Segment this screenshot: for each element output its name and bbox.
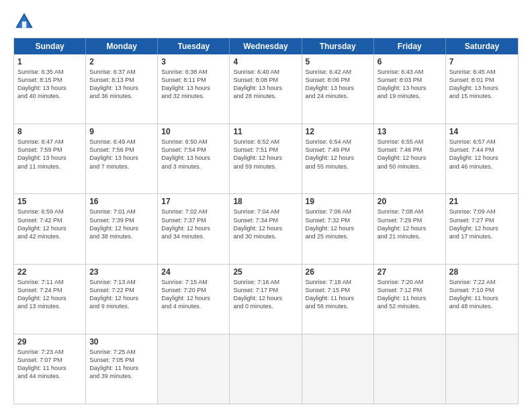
day-info: Sunrise: 6:47 AMSunset: 7:59 PMDaylight:…: [17, 138, 82, 171]
day-info: Sunrise: 6:55 AMSunset: 7:46 PMDaylight:…: [378, 138, 442, 171]
day-info: Sunrise: 7:18 AMSunset: 7:15 PMDaylight:…: [306, 278, 370, 311]
calendar-header: SundayMondayTuesdayWednesdayThursdayFrid…: [14, 38, 518, 54]
calendar-row-3: 15Sunrise: 6:59 AMSunset: 7:42 PMDayligh…: [14, 194, 518, 264]
header-day-monday: Monday: [86, 38, 158, 54]
day-cell-23: 23Sunrise: 7:13 AMSunset: 7:22 PMDayligh…: [86, 265, 158, 334]
day-info: Sunrise: 6:38 AMSunset: 8:11 PMDaylight:…: [161, 68, 226, 101]
day-cell-12: 12Sunrise: 6:54 AMSunset: 7:49 PMDayligh…: [302, 124, 374, 193]
day-cell-7: 7Sunrise: 6:45 AMSunset: 8:01 PMDaylight…: [446, 54, 518, 124]
day-cell-14: 14Sunrise: 6:57 AMSunset: 7:44 PMDayligh…: [446, 124, 518, 193]
day-cell-30: 30Sunrise: 7:25 AMSunset: 7:05 PMDayligh…: [86, 334, 158, 404]
day-info: Sunrise: 6:45 AMSunset: 8:01 PMDaylight:…: [449, 68, 515, 101]
day-info: Sunrise: 6:59 AMSunset: 7:42 PMDaylight:…: [17, 208, 82, 240]
day-info: Sunrise: 7:08 AMSunset: 7:29 PMDaylight:…: [378, 208, 442, 240]
day-info: Sunrise: 6:43 AMSunset: 8:03 PMDaylight:…: [378, 68, 442, 101]
day-info: Sunrise: 7:20 AMSunset: 7:12 PMDaylight:…: [378, 278, 442, 311]
header-day-tuesday: Tuesday: [158, 38, 230, 54]
empty-cell: [446, 334, 518, 404]
day-cell-8: 8Sunrise: 6:47 AMSunset: 7:59 PMDaylight…: [14, 124, 86, 193]
day-info: Sunrise: 7:11 AMSunset: 7:24 PMDaylight:…: [17, 278, 82, 311]
day-number: 22: [17, 267, 82, 277]
calendar-body: 1Sunrise: 6:35 AMSunset: 8:15 PMDaylight…: [14, 54, 518, 404]
day-number: 26: [306, 267, 370, 277]
page: SundayMondayTuesdayWednesdayThursdayFrid…: [0, 0, 532, 411]
day-info: Sunrise: 7:25 AMSunset: 7:05 PMDaylight:…: [89, 348, 154, 381]
day-info: Sunrise: 7:23 AMSunset: 7:07 PMDaylight:…: [17, 348, 82, 381]
day-number: 3: [161, 57, 226, 66]
day-info: Sunrise: 7:22 AMSunset: 7:10 PMDaylight:…: [449, 278, 515, 311]
calendar-row-5: 29Sunrise: 7:23 AMSunset: 7:07 PMDayligh…: [14, 334, 518, 404]
day-cell-5: 5Sunrise: 6:42 AMSunset: 8:06 PMDaylight…: [302, 54, 374, 124]
day-number: 30: [89, 337, 154, 347]
day-info: Sunrise: 6:37 AMSunset: 8:13 PMDaylight:…: [89, 68, 154, 101]
day-number: 12: [306, 127, 370, 136]
day-info: Sunrise: 6:42 AMSunset: 8:06 PMDaylight:…: [306, 68, 370, 101]
day-number: 6: [378, 57, 442, 66]
logo: [13, 11, 38, 32]
day-cell-11: 11Sunrise: 6:52 AMSunset: 7:51 PMDayligh…: [230, 124, 302, 193]
day-number: 18: [233, 197, 298, 206]
calendar-row-1: 1Sunrise: 6:35 AMSunset: 8:15 PMDaylight…: [14, 54, 518, 124]
svg-rect-2: [22, 21, 26, 28]
logo-icon: [13, 11, 35, 32]
day-number: 4: [233, 57, 298, 66]
day-number: 7: [449, 57, 515, 66]
day-cell-18: 18Sunrise: 7:04 AMSunset: 7:34 PMDayligh…: [230, 194, 302, 263]
day-number: 15: [17, 197, 82, 206]
day-info: Sunrise: 7:06 AMSunset: 7:32 PMDaylight:…: [306, 208, 370, 240]
day-number: 19: [306, 197, 370, 206]
day-number: 20: [378, 197, 442, 206]
day-cell-16: 16Sunrise: 7:01 AMSunset: 7:39 PMDayligh…: [86, 194, 158, 263]
day-info: Sunrise: 6:35 AMSunset: 8:15 PMDaylight:…: [17, 68, 82, 101]
day-number: 11: [233, 127, 298, 136]
empty-cell: [374, 334, 446, 404]
day-number: 28: [449, 267, 515, 277]
day-cell-17: 17Sunrise: 7:02 AMSunset: 7:37 PMDayligh…: [158, 194, 230, 263]
empty-cell: [302, 334, 374, 404]
day-number: 10: [161, 127, 226, 136]
header-day-friday: Friday: [374, 38, 446, 54]
calendar: SundayMondayTuesdayWednesdayThursdayFrid…: [13, 38, 519, 404]
day-info: Sunrise: 7:01 AMSunset: 7:39 PMDaylight:…: [89, 208, 154, 240]
day-info: Sunrise: 6:57 AMSunset: 7:44 PMDaylight:…: [449, 138, 515, 171]
day-number: 1: [17, 57, 82, 66]
day-number: 5: [306, 57, 370, 66]
day-cell-15: 15Sunrise: 6:59 AMSunset: 7:42 PMDayligh…: [14, 194, 86, 263]
day-number: 29: [17, 337, 82, 347]
day-cell-3: 3Sunrise: 6:38 AMSunset: 8:11 PMDaylight…: [158, 54, 230, 124]
day-info: Sunrise: 7:09 AMSunset: 7:27 PMDaylight:…: [449, 208, 515, 240]
day-info: Sunrise: 6:54 AMSunset: 7:49 PMDaylight:…: [306, 138, 370, 171]
day-cell-19: 19Sunrise: 7:06 AMSunset: 7:32 PMDayligh…: [302, 194, 374, 263]
day-cell-28: 28Sunrise: 7:22 AMSunset: 7:10 PMDayligh…: [446, 265, 518, 334]
header-day-sunday: Sunday: [14, 38, 86, 54]
day-info: Sunrise: 6:52 AMSunset: 7:51 PMDaylight:…: [233, 138, 298, 171]
day-info: Sunrise: 6:50 AMSunset: 7:54 PMDaylight:…: [161, 138, 226, 171]
empty-cell: [230, 334, 302, 404]
day-number: 21: [449, 197, 515, 206]
day-info: Sunrise: 7:04 AMSunset: 7:34 PMDaylight:…: [233, 208, 298, 240]
day-cell-24: 24Sunrise: 7:15 AMSunset: 7:20 PMDayligh…: [158, 265, 230, 334]
day-info: Sunrise: 7:02 AMSunset: 7:37 PMDaylight:…: [161, 208, 226, 240]
day-cell-6: 6Sunrise: 6:43 AMSunset: 8:03 PMDaylight…: [374, 54, 446, 124]
header-day-saturday: Saturday: [446, 38, 518, 54]
empty-cell: [158, 334, 230, 404]
day-number: 8: [17, 127, 82, 136]
day-cell-1: 1Sunrise: 6:35 AMSunset: 8:15 PMDaylight…: [14, 54, 86, 124]
day-cell-4: 4Sunrise: 6:40 AMSunset: 8:08 PMDaylight…: [230, 54, 302, 124]
day-info: Sunrise: 7:16 AMSunset: 7:17 PMDaylight:…: [233, 278, 298, 311]
day-number: 23: [89, 267, 154, 277]
day-number: 13: [378, 127, 442, 136]
day-number: 2: [89, 57, 154, 66]
calendar-row-2: 8Sunrise: 6:47 AMSunset: 7:59 PMDaylight…: [14, 124, 518, 194]
day-cell-27: 27Sunrise: 7:20 AMSunset: 7:12 PMDayligh…: [374, 265, 446, 334]
day-number: 14: [449, 127, 515, 136]
day-cell-22: 22Sunrise: 7:11 AMSunset: 7:24 PMDayligh…: [14, 265, 86, 334]
day-info: Sunrise: 6:49 AMSunset: 7:56 PMDaylight:…: [89, 138, 154, 171]
day-cell-21: 21Sunrise: 7:09 AMSunset: 7:27 PMDayligh…: [446, 194, 518, 263]
day-cell-20: 20Sunrise: 7:08 AMSunset: 7:29 PMDayligh…: [374, 194, 446, 263]
day-cell-25: 25Sunrise: 7:16 AMSunset: 7:17 PMDayligh…: [230, 265, 302, 334]
day-number: 27: [378, 267, 442, 277]
day-info: Sunrise: 7:15 AMSunset: 7:20 PMDaylight:…: [161, 278, 226, 311]
day-info: Sunrise: 7:13 AMSunset: 7:22 PMDaylight:…: [89, 278, 154, 311]
day-number: 9: [89, 127, 154, 136]
